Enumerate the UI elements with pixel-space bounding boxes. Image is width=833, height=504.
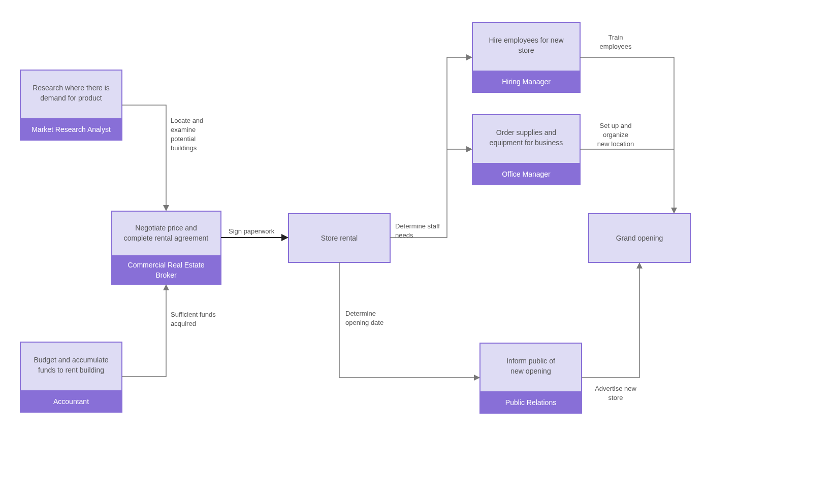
edge-locate: Locate and examine potential buildings xyxy=(122,105,203,211)
node-supplies-footer: Office Manager xyxy=(502,170,551,178)
node-hire: Hire employees for new store Hiring Mana… xyxy=(472,22,580,92)
node-inform-footer: Public Relations xyxy=(505,398,556,407)
svg-rect-4 xyxy=(112,211,221,256)
node-budget: Budget and accumulate funds to rent buil… xyxy=(20,342,122,412)
edge-sufficient-l1: Sufficient funds xyxy=(171,311,216,318)
svg-marker-17 xyxy=(466,146,472,152)
node-grand: Grand opening xyxy=(589,214,690,262)
edge-locate-l1: Locate and xyxy=(171,117,203,124)
node-inform: Inform public of new opening Public Rela… xyxy=(480,343,582,413)
edge-locate-l4: buildings xyxy=(171,144,197,152)
node-supplies-title-1: Order supplies and xyxy=(496,128,556,137)
edge-sufficient-l2: acquired xyxy=(171,320,196,327)
node-hire-title-1: Hire employees for new xyxy=(489,36,564,44)
edge-advertise: Advertise new store xyxy=(582,262,643,401)
edge-train-l2: employees xyxy=(600,43,632,50)
node-hire-title-2: store xyxy=(518,46,534,54)
edge-sign-l1: Sign paperwork xyxy=(229,227,275,235)
edge-date-l1: Determine xyxy=(345,310,376,317)
node-supplies-title-2: equipment for business xyxy=(490,139,563,147)
node-negotiate: Negotiate price and complete rental agre… xyxy=(112,211,221,284)
svg-marker-21 xyxy=(636,262,643,268)
node-hire-footer: Hiring Manager xyxy=(502,78,551,86)
edge-staff: Determine staff needs xyxy=(390,54,472,239)
node-research: Research where there is demand for produ… xyxy=(20,70,122,140)
node-negotiate-footer-1: Commercial Real Estate xyxy=(128,261,205,269)
svg-marker-19 xyxy=(474,375,480,381)
edge-setup-l3: new location xyxy=(597,140,634,148)
node-inform-title-1: Inform public of xyxy=(506,357,555,365)
node-store-title: Store rental xyxy=(321,234,358,242)
node-negotiate-footer-2: Broker xyxy=(155,271,177,279)
svg-marker-16 xyxy=(281,234,289,241)
edge-advertise-l1: Advertise new xyxy=(595,385,636,392)
node-negotiate-title-2: complete rental agreement xyxy=(124,234,209,242)
edge-setup-l2: organize xyxy=(603,131,628,139)
edge-locate-l2: examine xyxy=(171,126,196,133)
edge-sign: Sign paperwork xyxy=(221,227,289,241)
edge-staff-l1: Determine staff xyxy=(395,222,440,230)
edge-train-l1: Train xyxy=(608,33,623,41)
svg-marker-15 xyxy=(163,284,169,290)
node-budget-footer: Accountant xyxy=(53,397,89,406)
node-store: Store rental xyxy=(289,214,390,262)
node-budget-title-2: funds to rent building xyxy=(38,366,104,374)
svg-marker-18 xyxy=(466,54,472,60)
node-negotiate-title-1: Negotiate price and xyxy=(135,224,197,232)
svg-marker-14 xyxy=(163,205,169,211)
node-research-footer: Market Research Analyst xyxy=(31,125,111,133)
edge-date: Determine opening date xyxy=(339,262,480,381)
edge-date-l2: opening date xyxy=(345,319,383,326)
edge-setup: Set up and organize new location xyxy=(580,122,674,149)
svg-rect-5 xyxy=(112,256,221,284)
node-budget-title-1: Budget and accumulate xyxy=(34,356,108,364)
edge-locate-l3: potential xyxy=(171,135,196,143)
edge-advertise-l2: store xyxy=(608,394,623,401)
node-inform-title-2: new opening xyxy=(510,367,551,375)
node-grand-title: Grand opening xyxy=(616,234,663,242)
edge-staff-l2: needs xyxy=(395,231,413,239)
flowchart-canvas: Research where there is demand for produ… xyxy=(0,0,833,504)
svg-marker-20 xyxy=(671,208,677,214)
node-research-title-1: Research where there is xyxy=(33,84,110,92)
node-research-title-2: demand for product xyxy=(40,94,102,102)
edge-setup-l1: Set up and xyxy=(600,122,632,129)
node-supplies: Order supplies and equipment for busines… xyxy=(472,115,580,185)
edge-sufficient: Sufficient funds acquired xyxy=(122,284,216,377)
